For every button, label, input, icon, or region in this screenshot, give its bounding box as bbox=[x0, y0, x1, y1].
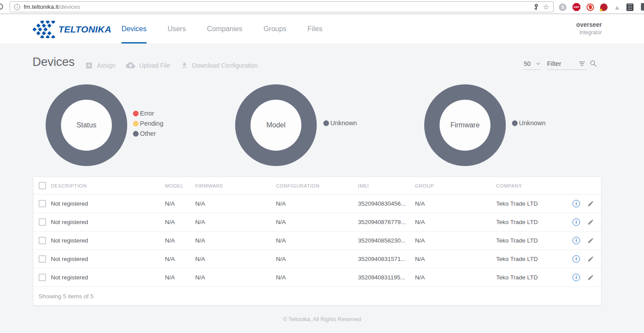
cell-firmware: N/A bbox=[195, 200, 276, 207]
chat-extension-icon[interactable] bbox=[600, 4, 608, 11]
url-path: /devices bbox=[59, 4, 81, 10]
table-row: Not registered N/A N/A N/A 3520940876779… bbox=[33, 213, 601, 232]
browser-bar: i fm.teltonika.lt/devices ☆ S ABP ▲ bbox=[0, 0, 644, 14]
edit-pencil-icon[interactable] bbox=[587, 200, 594, 207]
filter-input[interactable]: Filter bbox=[547, 58, 587, 70]
cell-firmware: N/A bbox=[195, 256, 276, 262]
row-checkbox[interactable] bbox=[39, 274, 46, 281]
model-legend: Unknown bbox=[323, 119, 357, 127]
assign-label: Assign bbox=[97, 62, 115, 69]
column-header-configuration: CONFIGURATION bbox=[276, 183, 358, 188]
page-size-select[interactable]: 50 bbox=[524, 58, 540, 70]
cell-group: N/A bbox=[415, 237, 496, 244]
upload-file-label: Upload File bbox=[139, 62, 170, 69]
table-header-row: DESCRIPTION MODEL FIRMWARE CONFIGURATION… bbox=[33, 177, 601, 195]
search-button[interactable] bbox=[589, 59, 598, 68]
upload-cloud-icon bbox=[126, 61, 135, 70]
bookmark-star-icon[interactable]: ☆ bbox=[543, 4, 549, 11]
cell-imei: 3520940831195... bbox=[358, 274, 415, 281]
nav-tab-files[interactable]: Files bbox=[308, 14, 322, 43]
row-checkbox[interactable] bbox=[39, 237, 46, 244]
cell-configuration: N/A bbox=[276, 237, 358, 244]
password-key-icon[interactable] bbox=[533, 4, 540, 10]
legend-item-other[interactable]: Other bbox=[133, 130, 163, 137]
devices-table: DESCRIPTION MODEL FIRMWARE CONFIGURATION… bbox=[33, 177, 601, 306]
nav-tab-devices[interactable]: Devices bbox=[122, 14, 147, 43]
table-row: Not registered N/A N/A N/A 3520940830456… bbox=[33, 195, 601, 213]
reload-icon[interactable] bbox=[0, 4, 3, 10]
cell-model: N/A bbox=[165, 219, 195, 225]
blocker-hand-extension-icon[interactable] bbox=[587, 4, 594, 11]
legend-item-unknown[interactable]: Unknown bbox=[323, 119, 357, 127]
column-header-imei: IMEI bbox=[358, 183, 415, 188]
info-icon[interactable]: i bbox=[572, 274, 580, 281]
cell-group: N/A bbox=[415, 200, 496, 207]
info-icon[interactable]: i bbox=[572, 218, 580, 226]
info-icon[interactable]: i bbox=[572, 200, 580, 207]
info-icon[interactable]: i bbox=[572, 237, 580, 244]
legend-item-pending[interactable]: Pending bbox=[133, 120, 163, 127]
model-donut-chart: Model bbox=[235, 84, 317, 166]
download-configuration-button[interactable]: Download Configuration bbox=[181, 62, 258, 69]
legend-item-unknown[interactable]: Unknown bbox=[512, 119, 545, 127]
user-name: overseer bbox=[576, 21, 602, 28]
address-bar[interactable]: i fm.teltonika.lt/devices ☆ bbox=[10, 1, 554, 12]
film-extension-icon[interactable] bbox=[626, 4, 633, 11]
cell-imei: 3520940858230... bbox=[358, 237, 415, 244]
cell-description: Not registered bbox=[51, 274, 165, 281]
column-header-model: MODEL bbox=[165, 183, 195, 188]
pending-dot-icon bbox=[133, 121, 139, 127]
cell-configuration: N/A bbox=[276, 200, 358, 207]
user-info[interactable]: overseer Integrator bbox=[576, 21, 602, 36]
column-header-group: GROUP bbox=[415, 183, 496, 188]
cell-imei: 3520940830456... bbox=[358, 200, 415, 207]
row-checkbox[interactable] bbox=[39, 218, 46, 226]
edit-pencil-icon[interactable] bbox=[587, 256, 594, 262]
upload-file-button[interactable]: Upload File bbox=[126, 61, 170, 70]
status-legend: Error Pending Other bbox=[133, 110, 163, 137]
cell-company: Teko Trade LTD bbox=[496, 237, 564, 244]
assign-button[interactable]: Assign bbox=[85, 62, 115, 69]
adblock-extension-icon[interactable]: ABP bbox=[572, 3, 580, 11]
toolbar-actions: Assign Upload File Download Configuratio… bbox=[85, 61, 258, 70]
download-configuration-label: Download Configuration bbox=[192, 62, 258, 69]
teltonika-logo-mark bbox=[32, 21, 57, 38]
skype-extension-icon[interactable]: S bbox=[559, 4, 566, 11]
cell-model: N/A bbox=[165, 274, 195, 281]
download-icon bbox=[181, 62, 188, 69]
page-info-icon[interactable]: i bbox=[14, 4, 20, 10]
cell-group: N/A bbox=[415, 274, 496, 281]
cell-configuration: N/A bbox=[276, 219, 358, 225]
edit-pencil-icon[interactable] bbox=[587, 274, 594, 281]
cell-group: N/A bbox=[415, 219, 496, 225]
select-all-checkbox[interactable] bbox=[39, 182, 46, 189]
cell-description: Not registered bbox=[51, 237, 165, 244]
cell-firmware: N/A bbox=[195, 219, 276, 225]
table-row: Not registered N/A N/A N/A 3520940831571… bbox=[33, 250, 601, 268]
copyright-text: © Teltonika, All Rights Reserved bbox=[0, 316, 644, 322]
url-text: fm.teltonika.lt/devices bbox=[24, 4, 80, 10]
edit-pencil-icon[interactable] bbox=[587, 219, 594, 225]
legend-label: Other bbox=[140, 130, 156, 137]
info-icon[interactable]: i bbox=[572, 255, 580, 263]
clipped-extension-icon[interactable] bbox=[641, 3, 644, 11]
status-donut-chart: Status bbox=[46, 84, 127, 166]
row-checkbox[interactable] bbox=[39, 200, 46, 207]
legend-item-error[interactable]: Error bbox=[133, 110, 163, 117]
cell-company: Teko Trade LTD bbox=[496, 219, 564, 225]
firmware-legend: Unknown bbox=[512, 119, 545, 127]
filter-label: Filter bbox=[547, 60, 561, 67]
nav-tab-users[interactable]: Users bbox=[168, 14, 186, 43]
teltonika-logo[interactable]: TELTONIKA bbox=[32, 21, 111, 38]
edit-pencil-icon[interactable] bbox=[587, 237, 594, 244]
cell-model: N/A bbox=[165, 200, 195, 207]
nav-tab-groups[interactable]: Groups bbox=[264, 14, 286, 43]
legend-label: Error bbox=[140, 110, 154, 117]
content-area: Devices Assign Upload File Download Conf… bbox=[0, 44, 644, 333]
row-checkbox[interactable] bbox=[39, 255, 46, 263]
cell-imei: 3520940876779... bbox=[358, 219, 415, 225]
cell-configuration: N/A bbox=[276, 256, 358, 262]
nav-tab-companies[interactable]: Companies bbox=[207, 14, 243, 43]
assign-icon bbox=[85, 62, 93, 69]
drive-extension-icon[interactable]: ▲ bbox=[614, 4, 620, 11]
